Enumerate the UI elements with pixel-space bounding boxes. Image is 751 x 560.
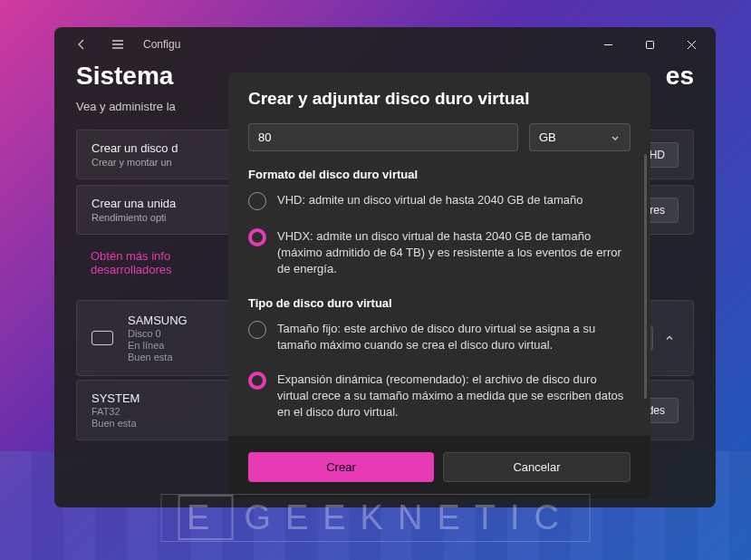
back-button[interactable] — [71, 34, 92, 55]
card-title: Crear una unida — [91, 197, 176, 210]
radio-checked-icon — [248, 372, 266, 390]
radio-label: VHD: admite un disco virtual de hasta 20… — [277, 192, 583, 208]
radio-label: Expansión dinámica (recomendado): el arc… — [277, 372, 631, 421]
unit-value: GB — [539, 130, 556, 144]
create-vhd-dialog: Crear y adjuntar disco duro virtual GB F… — [228, 72, 650, 498]
create-button[interactable]: Crear — [248, 452, 434, 482]
window-title: Configu — [143, 38, 180, 51]
chevron-up-icon[interactable] — [660, 329, 679, 347]
disk-icon — [91, 331, 113, 345]
card-subtitle: Rendimiento opti — [91, 212, 176, 223]
chevron-down-icon — [610, 132, 621, 143]
type-section-label: Tipo de disco duro virtual — [248, 296, 631, 310]
card-title: Crear un disco d — [91, 141, 178, 155]
format-vhdx-option[interactable]: VHDX: admite un disco virtual de hasta 2… — [248, 228, 631, 278]
settings-window: Configu Sistema es Vea y administre la C… — [54, 27, 716, 507]
unit-select[interactable]: GB — [529, 123, 631, 151]
minimize-button[interactable] — [587, 27, 629, 62]
size-input[interactable] — [248, 123, 518, 151]
close-button[interactable] — [670, 27, 712, 62]
svg-rect-0 — [646, 41, 653, 48]
page-title-suffix: es — [666, 62, 694, 91]
titlebar: Configu — [54, 27, 716, 62]
dialog-scrollbar[interactable] — [644, 154, 647, 399]
dialog-title: Crear y adjuntar disco duro virtual — [248, 89, 631, 109]
radio-label: VHDX: admite un disco virtual de hasta 2… — [277, 228, 631, 278]
card-subtitle: Crear y montar un — [91, 157, 178, 168]
maximize-button[interactable] — [629, 27, 670, 62]
type-fixed-option[interactable]: Tamaño fijo: este archivo de disco duro … — [248, 321, 631, 353]
radio-label: Tamaño fijo: este archivo de disco duro … — [277, 321, 631, 353]
radio-unchecked-icon — [248, 192, 266, 210]
page-title: Sistema — [76, 62, 173, 91]
format-section-label: Formato del disco duro virtual — [248, 168, 631, 181]
cancel-button[interactable]: Cancelar — [443, 452, 631, 482]
type-dynamic-option[interactable]: Expansión dinámica (recomendado): el arc… — [248, 372, 631, 421]
menu-button[interactable] — [107, 34, 129, 55]
format-vhd-option[interactable]: VHD: admite un disco virtual de hasta 20… — [248, 192, 631, 210]
radio-unchecked-icon — [248, 321, 266, 339]
radio-checked-icon — [248, 228, 266, 246]
